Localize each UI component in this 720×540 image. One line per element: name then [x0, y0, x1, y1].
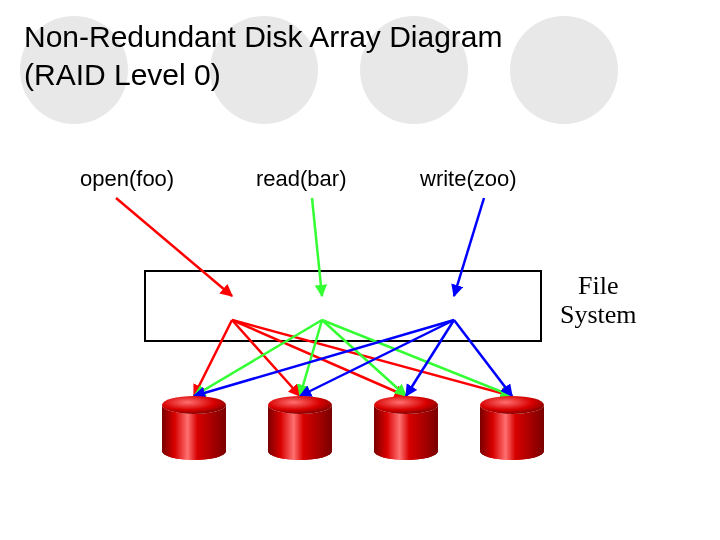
op-label-write: write(zoo)	[420, 166, 517, 192]
disk-icon	[162, 396, 226, 460]
svg-point-3	[268, 396, 332, 414]
svg-point-4	[374, 442, 438, 460]
slide-title: Non-Redundant Disk Array Diagram (RAID L…	[24, 18, 503, 93]
filesystem-label: File System	[560, 272, 637, 329]
svg-point-2	[268, 442, 332, 460]
svg-point-5	[374, 396, 438, 414]
svg-point-0	[162, 442, 226, 460]
svg-point-1	[162, 396, 226, 414]
svg-point-7	[480, 396, 544, 414]
disk-icon	[374, 396, 438, 460]
filesystem-box	[144, 270, 542, 342]
disk-icon	[480, 396, 544, 460]
background-circle	[510, 16, 618, 124]
svg-point-6	[480, 442, 544, 460]
op-label-open: open(foo)	[80, 166, 174, 192]
op-label-read: read(bar)	[256, 166, 346, 192]
disk-icon	[268, 396, 332, 460]
